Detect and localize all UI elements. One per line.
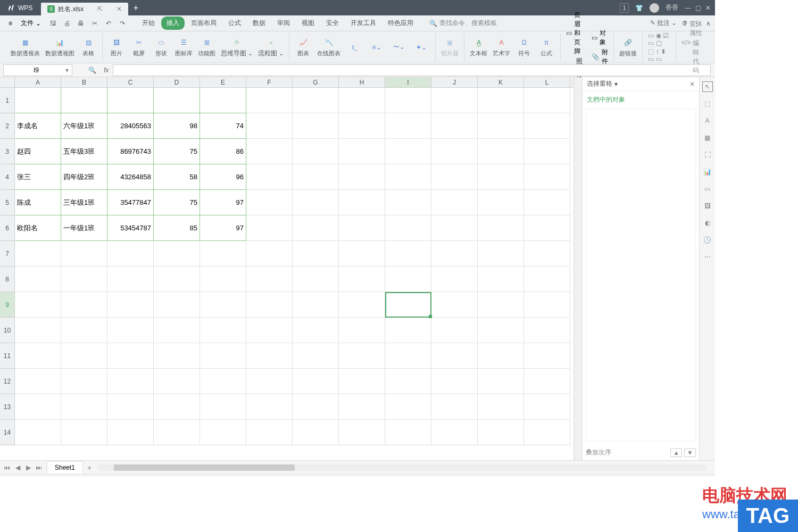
hyperlink-button[interactable]: 🔗超链接 bbox=[619, 37, 637, 57]
col-header-G[interactable]: G bbox=[293, 77, 339, 87]
cell-I13[interactable] bbox=[385, 394, 431, 420]
form-controls-icons[interactable]: ▭ ◉ ☑ ▭ ▢ bbox=[648, 32, 670, 47]
cell-A2[interactable]: 李成名 bbox=[15, 113, 61, 139]
cell-G13[interactable] bbox=[293, 394, 339, 420]
cell-K10[interactable] bbox=[478, 318, 524, 343]
col-header-H[interactable]: H bbox=[339, 77, 385, 87]
col-header-C[interactable]: C bbox=[107, 77, 154, 87]
cell-C11[interactable] bbox=[107, 343, 154, 369]
cell-J7[interactable] bbox=[431, 241, 478, 267]
cell-L3[interactable] bbox=[524, 139, 570, 164]
cell-E12[interactable] bbox=[200, 369, 246, 394]
cell-J12[interactable] bbox=[431, 369, 478, 394]
tab-公式[interactable]: 公式 bbox=[223, 16, 246, 30]
more-rail-icon[interactable]: ⋯ bbox=[702, 252, 713, 262]
cell-J9[interactable] bbox=[431, 292, 478, 318]
flowchart-button[interactable]: ⬦流程图 ⌄ bbox=[258, 36, 284, 58]
cell-C7[interactable] bbox=[107, 241, 154, 267]
cell-D6[interactable]: 85 bbox=[154, 215, 200, 241]
cell-B6[interactable]: 一年级1班 bbox=[61, 215, 107, 241]
file-tab[interactable]: S 姓名.xlsx ⇱ ✕ bbox=[41, 3, 128, 15]
cell-H1[interactable] bbox=[339, 88, 385, 113]
maximize-icon[interactable]: ▢ bbox=[695, 4, 701, 12]
cell-A14[interactable] bbox=[15, 420, 61, 445]
cell-B7[interactable] bbox=[61, 241, 107, 267]
cell-C14[interactable] bbox=[107, 420, 154, 445]
cell-B10[interactable] bbox=[61, 318, 107, 343]
cell-G6[interactable] bbox=[293, 215, 339, 241]
cell-B5[interactable]: 三年级1班 bbox=[61, 190, 107, 215]
cell-I6[interactable] bbox=[385, 215, 431, 241]
attachment-button[interactable]: 📎附件 bbox=[592, 48, 608, 66]
shapes-button[interactable]: ⬭形状 bbox=[153, 37, 170, 57]
pivot-chart-button[interactable]: 📊数据透视图 bbox=[45, 37, 74, 57]
cell-G3[interactable] bbox=[293, 139, 339, 164]
hamburger-icon[interactable]: ≡ bbox=[4, 20, 16, 27]
cell-L2[interactable] bbox=[524, 113, 570, 139]
form-controls-icons-2[interactable]: ⬚ ↕ ⬍ ▭ ▭ bbox=[648, 48, 670, 63]
cell-L4[interactable] bbox=[524, 164, 570, 190]
cell-L11[interactable] bbox=[524, 343, 570, 369]
cell-H3[interactable] bbox=[339, 139, 385, 164]
cell-I2[interactable] bbox=[385, 113, 431, 139]
cell-B2[interactable]: 六年级1班 bbox=[61, 113, 107, 139]
cell-H13[interactable] bbox=[339, 394, 385, 420]
row-header-11[interactable]: 11 bbox=[0, 343, 15, 369]
cell-K3[interactable] bbox=[478, 139, 524, 164]
tab-插入[interactable]: 插入 bbox=[161, 16, 185, 30]
cell-G14[interactable] bbox=[293, 420, 339, 445]
cell-A9[interactable] bbox=[15, 292, 61, 318]
cell-C8[interactable] bbox=[107, 267, 154, 292]
cell-D11[interactable] bbox=[154, 343, 200, 369]
shape-rail-icon[interactable]: ◐ bbox=[702, 218, 713, 228]
cell-E1[interactable] bbox=[200, 88, 246, 113]
sheet-prev-icon[interactable]: ◀ bbox=[13, 464, 22, 471]
cell-C12[interactable] bbox=[107, 369, 154, 394]
tab-安全[interactable]: 安全 bbox=[321, 16, 344, 30]
cell-C10[interactable] bbox=[107, 318, 154, 343]
cell-B4[interactable]: 四年级2班 bbox=[61, 164, 107, 190]
cell-D10[interactable] bbox=[154, 318, 200, 343]
style-icon[interactable]: ⬚ bbox=[702, 98, 713, 109]
tab-数据[interactable]: 数据 bbox=[247, 16, 271, 30]
line-chart-icon[interactable]: 〜⌄ bbox=[390, 41, 408, 53]
cell-G7[interactable] bbox=[293, 241, 339, 267]
cell-H6[interactable] bbox=[339, 215, 385, 241]
tab-审阅[interactable]: 审阅 bbox=[272, 16, 295, 30]
chevron-down-icon[interactable]: ▾ bbox=[65, 66, 69, 74]
cell-E14[interactable] bbox=[200, 420, 246, 445]
cell-C1[interactable] bbox=[107, 88, 154, 113]
move-up-icon[interactable]: ▲ bbox=[670, 448, 682, 457]
cell-I1[interactable] bbox=[385, 88, 431, 113]
cell-L7[interactable] bbox=[524, 241, 570, 267]
cell-D3[interactable]: 75 bbox=[154, 139, 200, 164]
row-header-9[interactable]: 9 bbox=[0, 292, 15, 318]
mindmap-button[interactable]: ⊹思维导图 ⌄ bbox=[221, 36, 253, 58]
cell-J10[interactable] bbox=[431, 318, 478, 343]
cell-J2[interactable] bbox=[431, 113, 478, 139]
screenshot-button[interactable]: ✂截屏 bbox=[130, 37, 147, 57]
cell-A5[interactable]: 陈成 bbox=[15, 190, 61, 215]
cell-C5[interactable]: 35477847 bbox=[107, 190, 154, 215]
chevron-down-icon[interactable]: ▾ bbox=[614, 80, 618, 88]
cell-G12[interactable] bbox=[293, 369, 339, 394]
cell-K13[interactable] bbox=[478, 394, 524, 420]
header-footer-button[interactable]: ▭页眉和页脚 bbox=[566, 11, 586, 56]
cell-J1[interactable] bbox=[431, 88, 478, 113]
formula-input[interactable] bbox=[113, 64, 711, 76]
redo-icon[interactable]: ↷ bbox=[117, 18, 128, 29]
col-header-K[interactable]: K bbox=[478, 77, 524, 87]
cell-D9[interactable] bbox=[154, 292, 200, 318]
cell-L5[interactable] bbox=[524, 190, 570, 215]
save-icon[interactable]: 🖫 bbox=[47, 18, 59, 29]
close-icon[interactable]: ✕ bbox=[705, 4, 711, 12]
cell-E2[interactable]: 74 bbox=[200, 113, 246, 139]
table-rail-icon[interactable]: ▦ bbox=[702, 132, 713, 143]
cell-G1[interactable] bbox=[293, 88, 339, 113]
tab-pin-icon[interactable]: ⇱ bbox=[97, 5, 103, 13]
cell-E7[interactable] bbox=[200, 241, 246, 267]
cell-E13[interactable] bbox=[200, 394, 246, 420]
cell-K12[interactable] bbox=[478, 369, 524, 394]
cell-D14[interactable] bbox=[154, 420, 200, 445]
tab-开始[interactable]: 开始 bbox=[137, 16, 160, 30]
